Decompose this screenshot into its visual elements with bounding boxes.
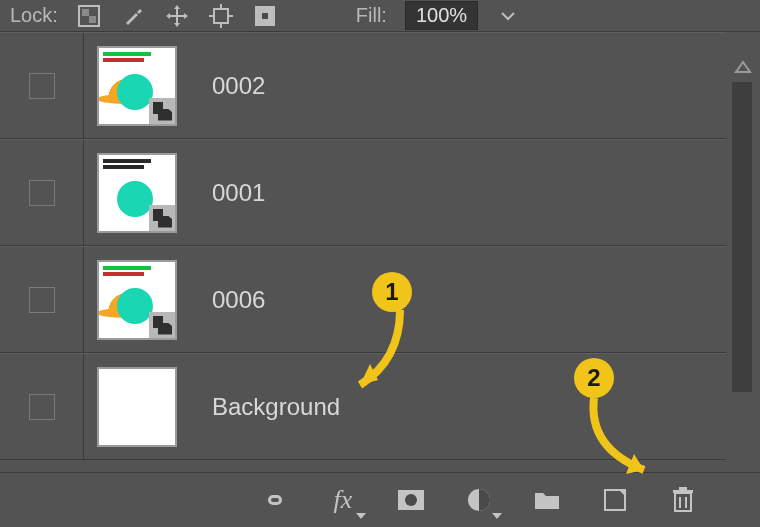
lock-all-icon[interactable] — [252, 3, 278, 29]
svg-rect-14 — [675, 493, 691, 511]
smart-object-badge-icon — [149, 98, 175, 124]
layer-name[interactable]: 0001 — [190, 179, 726, 207]
trash-icon[interactable] — [666, 483, 700, 517]
svg-rect-17 — [673, 490, 693, 493]
new-layer-icon[interactable] — [598, 483, 632, 517]
visibility-checkbox-icon[interactable] — [29, 287, 55, 313]
layer-thumbnail — [97, 260, 177, 340]
link-layers-icon[interactable] — [258, 483, 292, 517]
visibility-checkbox-icon[interactable] — [29, 394, 55, 420]
scrollbar[interactable] — [726, 32, 760, 462]
thumbnail-cell[interactable] — [84, 354, 190, 459]
thumbnail-cell[interactable] — [84, 247, 190, 352]
visibility-cell[interactable] — [0, 140, 84, 245]
lock-label: Lock: — [10, 4, 58, 27]
svg-rect-2 — [89, 16, 96, 23]
svg-rect-3 — [214, 9, 228, 23]
lock-move-icon[interactable] — [164, 3, 190, 29]
annotation-badge-2: 2 — [574, 358, 614, 398]
visibility-cell[interactable] — [0, 247, 84, 352]
svg-rect-9 — [262, 13, 268, 19]
lock-artboard-icon[interactable] — [208, 3, 234, 29]
visibility-cell[interactable] — [0, 354, 84, 459]
smart-object-badge-icon — [149, 312, 175, 338]
visibility-cell[interactable] — [0, 33, 84, 138]
scroll-up-icon[interactable] — [734, 60, 752, 78]
layer-thumbnail — [97, 367, 177, 447]
scroll-track[interactable] — [732, 82, 752, 392]
adjustment-layer-icon[interactable] — [462, 483, 496, 517]
lock-toolbar: Lock: Fill: 100% — [0, 0, 760, 32]
layer-name[interactable]: 0006 — [190, 286, 726, 314]
fx-text: fx — [334, 485, 353, 515]
layer-thumbnail — [97, 153, 177, 233]
annotation-arrow-1 — [340, 300, 420, 400]
annotation-arrow-2 — [576, 388, 676, 488]
group-icon[interactable] — [530, 483, 564, 517]
layer-thumbnail — [97, 46, 177, 126]
visibility-checkbox-icon[interactable] — [29, 73, 55, 99]
lock-brush-icon[interactable] — [120, 3, 146, 29]
fill-label: Fill: — [356, 4, 387, 27]
layer-mask-icon[interactable] — [394, 483, 428, 517]
smart-object-badge-icon — [149, 205, 175, 231]
fill-dropdown-chevron-icon[interactable] — [496, 4, 520, 28]
layer-row[interactable]: 0001 — [0, 139, 726, 246]
fill-value-input[interactable]: 100% — [405, 1, 478, 30]
thumbnail-cell[interactable] — [84, 140, 190, 245]
lock-transparent-icon[interactable] — [76, 3, 102, 29]
svg-point-11 — [405, 494, 417, 506]
layer-name[interactable]: 0002 — [190, 72, 726, 100]
svg-rect-18 — [679, 487, 687, 490]
svg-rect-1 — [82, 9, 89, 16]
layer-row[interactable]: 0002 — [0, 32, 726, 139]
visibility-checkbox-icon[interactable] — [29, 180, 55, 206]
annotation-badge-1: 1 — [372, 272, 412, 312]
layer-fx-icon[interactable]: fx — [326, 483, 360, 517]
thumbnail-cell[interactable] — [84, 33, 190, 138]
